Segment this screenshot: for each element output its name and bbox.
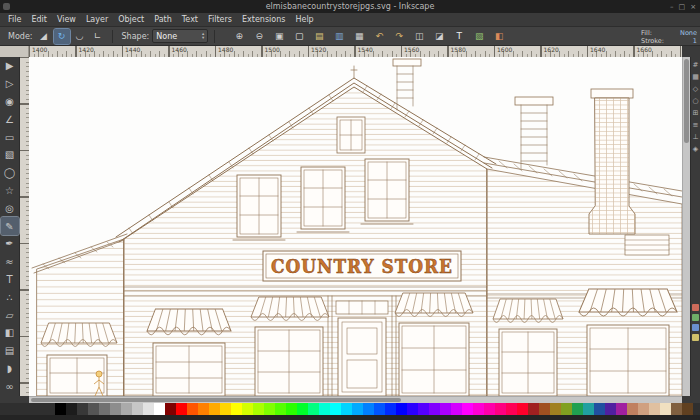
palette-swatch[interactable] xyxy=(517,403,528,415)
pen-tool[interactable]: ✒ xyxy=(1,235,19,253)
redo-icon[interactable]: ↷ xyxy=(391,29,407,44)
dialog-objects-icon[interactable] xyxy=(692,334,699,341)
box3d-tool[interactable]: ▧ xyxy=(1,146,19,164)
save-icon[interactable]: ▥ xyxy=(331,29,347,44)
palette-swatch[interactable] xyxy=(77,403,88,415)
palette-swatch[interactable] xyxy=(682,403,693,415)
palette-swatch[interactable] xyxy=(539,403,550,415)
text-tool-icon[interactable]: T xyxy=(451,29,467,44)
maximize-button[interactable]: □ xyxy=(679,3,686,11)
palette-swatch[interactable] xyxy=(352,403,363,415)
palette-swatch[interactable] xyxy=(209,403,220,415)
palette-swatch[interactable] xyxy=(99,403,110,415)
palette-swatch[interactable] xyxy=(671,403,682,415)
palette-swatch[interactable] xyxy=(374,403,385,415)
paste-icon[interactable]: ◪ xyxy=(431,29,447,44)
spin-down-icon[interactable]: ▾ xyxy=(202,36,204,41)
h-scrollbar-thumb[interactable] xyxy=(31,398,401,402)
print-icon[interactable]: ▦ xyxy=(351,29,367,44)
canvas[interactable]: COUNTRY STORE xyxy=(29,57,682,396)
menu-layer[interactable]: Layer xyxy=(81,15,113,24)
snap-nodes-icon[interactable]: ◇ xyxy=(691,83,700,95)
snap-page-border-icon[interactable]: ◈ xyxy=(691,143,700,155)
palette-swatch[interactable] xyxy=(55,403,66,415)
palette-swatch[interactable] xyxy=(319,403,330,415)
minimize-button[interactable]: – xyxy=(670,3,674,11)
palette-swatch[interactable] xyxy=(242,403,253,415)
gradient-icon[interactable]: ▧ xyxy=(471,29,487,44)
bezier-mode-icon[interactable]: ◢ xyxy=(36,29,52,44)
palette-swatch[interactable] xyxy=(440,403,451,415)
menu-help[interactable]: Help xyxy=(290,15,318,24)
palette-swatch[interactable] xyxy=(330,403,341,415)
palette-swatch[interactable] xyxy=(528,403,539,415)
palette-swatch[interactable] xyxy=(495,403,506,415)
menu-file[interactable]: File xyxy=(3,15,26,24)
palette-swatch[interactable] xyxy=(154,403,165,415)
palette-swatch[interactable] xyxy=(572,403,583,415)
palette-swatch[interactable] xyxy=(627,403,638,415)
palette-swatch[interactable] xyxy=(110,403,121,415)
palette-swatch[interactable] xyxy=(506,403,517,415)
palette-swatch[interactable] xyxy=(253,403,264,415)
palette-swatch[interactable] xyxy=(660,403,671,415)
spiro-mode-icon[interactable]: ↻ xyxy=(54,29,70,44)
palette-swatch[interactable] xyxy=(220,403,231,415)
node-tool[interactable]: ▷ xyxy=(1,75,19,93)
snap-bbox-icon[interactable]: ▦ xyxy=(691,71,700,83)
menu-object[interactable]: Object xyxy=(113,15,149,24)
palette-swatch[interactable] xyxy=(66,403,77,415)
palette-swatch[interactable] xyxy=(616,403,627,415)
menu-view[interactable]: View xyxy=(52,15,81,24)
bspline-mode-icon[interactable]: ◡ xyxy=(72,29,88,44)
palette-swatch[interactable] xyxy=(275,403,286,415)
connector-tool[interactable]: ∞ xyxy=(1,377,19,395)
v-ruler[interactable] xyxy=(20,57,29,396)
palette-swatch[interactable] xyxy=(121,403,132,415)
palette-swatch[interactable] xyxy=(473,403,484,415)
palette-swatch[interactable] xyxy=(132,403,143,415)
zoom-out-icon[interactable]: ⊖ xyxy=(251,29,267,44)
dropper-tool[interactable]: ◗ xyxy=(1,360,19,378)
calligraphy-tool[interactable]: ≈ xyxy=(1,253,19,271)
selector-tool[interactable]: ▶ xyxy=(1,57,19,75)
palette-swatch[interactable] xyxy=(341,403,352,415)
menu-extensions[interactable]: Extensions xyxy=(237,15,290,24)
measure-tool[interactable]: ∠ xyxy=(1,110,19,128)
spinner-icon[interactable]: ▴ ▾ xyxy=(202,32,204,41)
gradient-tool[interactable]: ▤ xyxy=(1,342,19,360)
close-button[interactable]: × xyxy=(690,3,696,11)
zoom-in-icon[interactable]: ⊕ xyxy=(231,29,247,44)
palette-swatch[interactable] xyxy=(231,403,242,415)
v-scrollbar[interactable] xyxy=(682,57,690,396)
palette-swatch[interactable] xyxy=(429,403,440,415)
palette-swatch[interactable] xyxy=(187,403,198,415)
straight-segments-mode-icon[interactable]: ∟ xyxy=(90,29,106,44)
palette-swatch[interactable] xyxy=(385,403,396,415)
palette-swatch[interactable] xyxy=(462,403,473,415)
menu-filters[interactable]: Filters xyxy=(203,15,237,24)
fill-value[interactable]: None xyxy=(680,29,697,37)
palette-swatch[interactable] xyxy=(396,403,407,415)
h-scrollbar[interactable] xyxy=(29,396,682,403)
eraser-tool[interactable]: ▱ xyxy=(1,306,19,324)
palette-swatch[interactable] xyxy=(550,403,561,415)
dialog-fill-stroke-icon[interactable] xyxy=(692,304,699,311)
palette-swatch[interactable] xyxy=(451,403,462,415)
shape-select[interactable]: None ▴ ▾ xyxy=(152,29,208,43)
zoom-page-icon[interactable]: ▣ xyxy=(271,29,287,44)
palette-swatch[interactable] xyxy=(418,403,429,415)
rectangle-tool[interactable]: ▭ xyxy=(1,128,19,146)
palette-swatch[interactable] xyxy=(264,403,275,415)
text-tool[interactable]: T xyxy=(1,271,19,289)
palette-swatch[interactable] xyxy=(561,403,572,415)
palette-swatch[interactable] xyxy=(297,403,308,415)
palette-swatch[interactable] xyxy=(407,403,418,415)
dialog-align-icon[interactable] xyxy=(692,324,699,331)
undo-icon[interactable]: ↶ xyxy=(371,29,387,44)
snap-baseline-icon[interactable]: ⊥ xyxy=(691,131,700,143)
fill-stroke-dialog-icon[interactable]: ◧ xyxy=(491,29,507,44)
stroke-value[interactable]: 1 xyxy=(693,37,697,45)
palette-swatch[interactable] xyxy=(176,403,187,415)
palette-swatch[interactable] xyxy=(143,403,154,415)
